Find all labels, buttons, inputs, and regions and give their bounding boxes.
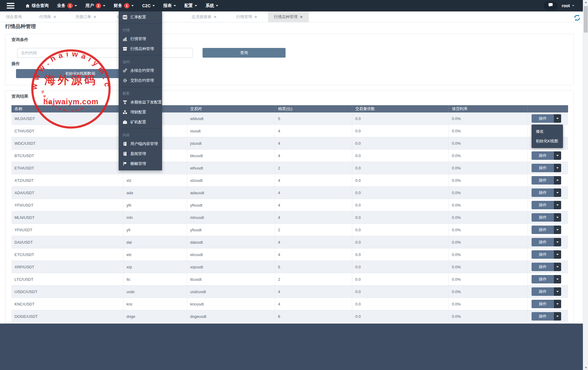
menu-item-交割合约管理[interactable]: 交割合约管理 <box>119 75 162 85</box>
menu-item-余额收益下发配置[interactable]: 余额收益下发配置 <box>119 97 162 107</box>
cell-actions: 操作 <box>528 174 568 186</box>
row-action-button[interactable]: 操作 <box>532 188 554 197</box>
row-action-caret-button[interactable] <box>554 287 561 296</box>
nav-item-系统[interactable]: 系统 <box>206 3 218 8</box>
row-action-button[interactable]: 操作 <box>532 300 554 308</box>
cell-code: mln <box>123 211 187 223</box>
menu-item-新闻管理[interactable]: 新闻管理 <box>119 149 162 159</box>
row-action-caret-button[interactable] <box>554 226 561 234</box>
scrollbar-down-arrow[interactable] <box>583 365 588 370</box>
row-action-button[interactable]: 操作 <box>532 287 554 296</box>
row-menu-item-修改[interactable]: 修改 <box>532 127 563 136</box>
cubes-icon <box>123 110 127 115</box>
row-action-caret-button[interactable] <box>554 164 561 172</box>
row-menu-item-初始化K线图[interactable]: 初始化K线图 <box>532 136 563 146</box>
close-icon[interactable]: × <box>94 14 96 19</box>
cell-name: YFI/USDT <box>11 224 123 236</box>
close-icon[interactable]: × <box>53 14 56 19</box>
row-action-split-button: 操作 <box>532 263 561 271</box>
refresh-icon[interactable] <box>573 14 581 22</box>
nav-item-用户[interactable]: 用户2 <box>85 3 105 8</box>
cell-volume_multiple: 0.0 <box>352 211 449 223</box>
user-menu[interactable]: root <box>562 3 574 8</box>
row-action-caret-button[interactable] <box>554 213 561 222</box>
menu-item-label: 交割合约管理 <box>130 78 154 83</box>
menu-item-行情管理[interactable]: 行情管理 <box>119 34 162 44</box>
menu-item-行情品种管理[interactable]: 行情品种管理 <box>119 44 162 54</box>
cell-loan_rate: 0.0% <box>449 248 528 261</box>
cell-name: CTH/USDT <box>11 125 123 137</box>
row-action-caret-button[interactable] <box>554 250 561 259</box>
hamburger-icon[interactable] <box>7 3 14 9</box>
chevron-down-icon <box>556 303 559 305</box>
row-action-caret-button[interactable] <box>554 201 561 209</box>
menu-item-永续合约管理[interactable]: 永续合约管理 <box>119 65 162 75</box>
chevron-down-icon <box>556 266 559 267</box>
tab-行情品种管理[interactable]: 行情品种管理× <box>268 11 309 22</box>
scrollbar-thumb[interactable] <box>584 6 588 33</box>
nav-item-报表[interactable]: 报表 <box>163 3 176 8</box>
h-square-icon <box>123 15 127 20</box>
row-action-button[interactable]: 操作 <box>532 213 554 222</box>
menu-item-横幅管理[interactable]: 横幅管理 <box>119 159 162 169</box>
nav-item-配置[interactable]: 配置 <box>184 3 197 8</box>
close-icon[interactable]: × <box>300 14 303 19</box>
cell-precision: 2 <box>275 224 352 236</box>
chevron-down-icon <box>195 5 197 6</box>
nav-item-综合查询[interactable]: 综合查询 <box>25 3 49 8</box>
cell-volume_multiple: 0.0 <box>352 286 449 298</box>
chat-button[interactable] <box>544 1 558 10</box>
app-root: 综合查询业务1用户2财务1C2C报表配置系统 root 综合查询代理商×充值订单… <box>0 0 588 370</box>
row-action-button[interactable]: 操作 <box>532 226 554 234</box>
tab-综合查询[interactable]: 综合查询 <box>0 11 28 22</box>
nav-item-业务[interactable]: 业务1 <box>57 3 77 8</box>
contract-code-input[interactable] <box>17 48 193 58</box>
menu-item-label: 汇率配置 <box>130 14 146 20</box>
row-action-caret-button[interactable] <box>554 188 561 197</box>
tab-代理商[interactable]: 代理商× <box>33 11 62 22</box>
tab-总充提报表[interactable]: 总充提报表× <box>186 11 222 22</box>
row-action-button[interactable]: 操作 <box>532 176 554 185</box>
nav-item-财务[interactable]: 财务1 <box>114 3 134 8</box>
cell-pair: kncusdt <box>187 298 275 310</box>
scrollbar-up-arrow[interactable] <box>583 0 588 5</box>
nav-item-C2C[interactable]: C2C <box>142 3 155 8</box>
close-icon[interactable]: × <box>254 14 257 19</box>
row-action-button[interactable]: 操作 <box>532 201 554 209</box>
row-action-button[interactable]: 操作 <box>532 238 554 246</box>
row-action-caret-button[interactable] <box>554 300 561 308</box>
chevron-down-icon <box>556 316 559 317</box>
cell-actions: 操作 <box>528 162 568 174</box>
row-action-button[interactable]: 操作 <box>532 151 554 160</box>
cell-loan_rate: 0.0% <box>449 150 528 162</box>
nav-item-label: 配置 <box>184 3 193 8</box>
menu-item-汇率配置[interactable]: 汇率配置 <box>119 12 162 22</box>
row-action-caret-button[interactable] <box>554 176 561 185</box>
menu-item-用户端内容管理[interactable]: 用户端内容管理 <box>119 139 162 149</box>
row-action-caret-button[interactable] <box>554 263 561 271</box>
window-scrollbar[interactable] <box>583 0 588 370</box>
search-button[interactable]: 查询 <box>203 48 286 58</box>
row-action-button[interactable]: 操作 <box>532 164 554 172</box>
tab-行情管理[interactable]: 行情管理× <box>230 11 263 22</box>
row-action-button[interactable]: 操作 <box>532 263 554 271</box>
row-action-button[interactable]: 操作 <box>532 275 554 283</box>
row-action-caret-button[interactable] <box>554 238 561 246</box>
tab-充值订单[interactable]: 充值订单× <box>69 11 102 22</box>
menu-item-矿机配置[interactable]: 矿机配置 <box>119 117 162 127</box>
row-action-button[interactable]: 操作 <box>532 250 554 259</box>
row-action-button[interactable]: 操作 <box>532 312 554 321</box>
row-action-button[interactable]: 操作 <box>532 114 554 123</box>
results-panel: 查询结果 名称交易对精度(位)交易量倍数借贷利率WLD/USDTwldusdt5… <box>5 90 574 324</box>
cell-pair: daiusdt <box>187 236 275 248</box>
cell-pair: yfiusdt <box>187 224 275 236</box>
row-action-caret-button[interactable] <box>554 151 561 160</box>
row-action-caret-button[interactable] <box>554 275 561 283</box>
menu-item-理财配置[interactable]: 理财配置 <box>119 107 162 117</box>
row-action-caret-button[interactable] <box>554 114 561 123</box>
close-icon[interactable]: × <box>214 14 216 19</box>
menu-item-label: 新闻管理 <box>130 151 146 157</box>
archive-icon <box>123 46 127 51</box>
row-action-caret-button[interactable] <box>554 312 561 321</box>
tab-label: 充值订单 <box>75 14 91 20</box>
